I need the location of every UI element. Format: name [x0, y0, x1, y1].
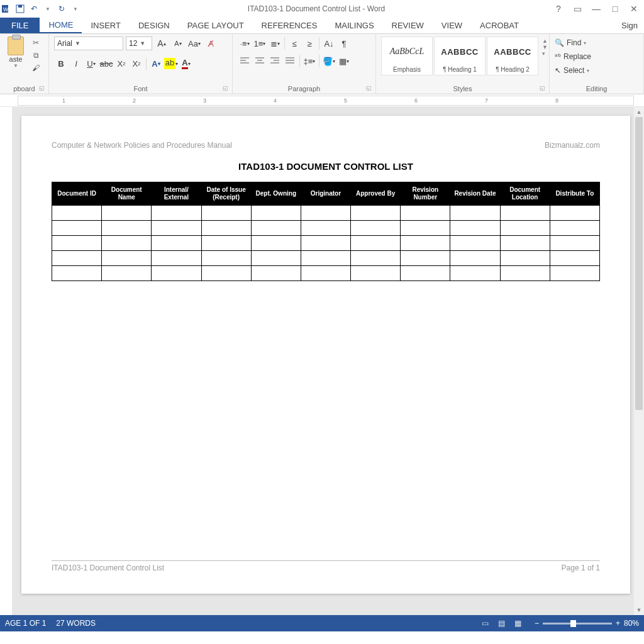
table-cell[interactable]: [351, 266, 401, 281]
table-cell[interactable]: [251, 206, 301, 221]
table-cell[interactable]: [301, 266, 350, 281]
table-cell[interactable]: [251, 221, 301, 236]
show-marks-icon[interactable]: ¶: [337, 36, 351, 50]
table-cell[interactable]: [301, 236, 350, 251]
grow-font-icon[interactable]: A▴: [155, 36, 169, 50]
horizontal-ruler[interactable]: 12345678: [18, 96, 634, 106]
table-cell[interactable]: [102, 221, 152, 236]
table-cell[interactable]: [351, 221, 401, 236]
table-cell[interactable]: [500, 251, 550, 266]
table-cell[interactable]: [550, 266, 599, 281]
tab-review[interactable]: REVIEW: [383, 18, 433, 33]
table-row[interactable]: [52, 251, 600, 266]
vertical-ruler[interactable]: [0, 107, 13, 615]
table-cell[interactable]: [450, 236, 500, 251]
table-cell[interactable]: [152, 266, 201, 281]
table-cell[interactable]: [301, 221, 350, 236]
undo-dropdown-icon[interactable]: ▼: [43, 4, 53, 14]
table-cell[interactable]: [550, 236, 599, 251]
table-cell[interactable]: [301, 251, 350, 266]
table-row[interactable]: [52, 236, 600, 251]
zoom-out-icon[interactable]: −: [535, 619, 539, 628]
table-row[interactable]: [52, 221, 600, 236]
format-painter-icon[interactable]: 🖌: [30, 63, 42, 73]
bold-button[interactable]: B: [54, 57, 68, 70]
table-cell[interactable]: [52, 266, 102, 281]
vertical-scrollbar[interactable]: ▲ ▼: [634, 107, 644, 615]
table-cell[interactable]: [550, 251, 599, 266]
ribbon-display-icon[interactable]: ▭: [571, 4, 584, 14]
shrink-font-icon[interactable]: A▾: [171, 36, 185, 50]
strikethrough-button[interactable]: abc: [99, 57, 113, 70]
table-cell[interactable]: [201, 221, 251, 236]
change-case-icon[interactable]: Aa▾: [187, 36, 201, 50]
zoom-level[interactable]: 80%: [624, 619, 639, 628]
sign-in-link[interactable]: Sign: [615, 18, 644, 33]
styles-dialog-launcher-icon[interactable]: ◱: [540, 85, 545, 91]
table-cell[interactable]: [152, 221, 201, 236]
table-cell[interactable]: [351, 236, 401, 251]
font-name-combo[interactable]: Arial▼: [54, 36, 123, 50]
table-cell[interactable]: [102, 236, 152, 251]
table-cell[interactable]: [450, 251, 500, 266]
highlight-icon[interactable]: ab▾: [164, 57, 178, 70]
help-icon[interactable]: ?: [552, 4, 565, 14]
minimize-icon[interactable]: —: [590, 4, 602, 14]
table-cell[interactable]: [500, 266, 550, 281]
underline-button[interactable]: U▾: [84, 57, 98, 70]
paragraph-dialog-launcher-icon[interactable]: ◱: [366, 85, 372, 91]
zoom-knob[interactable]: [570, 620, 576, 627]
tab-references[interactable]: REFERENCES: [253, 18, 326, 33]
table-row[interactable]: [52, 266, 600, 281]
table-cell[interactable]: [401, 221, 450, 236]
tab-insert[interactable]: INSERT: [82, 18, 129, 33]
tab-mailings[interactable]: MAILINGS: [326, 18, 382, 33]
borders-icon[interactable]: ▦▾: [337, 54, 351, 68]
subscript-button[interactable]: X2: [114, 57, 128, 70]
table-cell[interactable]: [251, 251, 301, 266]
numbering-icon[interactable]: 1≡▾: [253, 36, 267, 50]
copy-icon[interactable]: ⧉: [30, 50, 42, 60]
zoom-in-icon[interactable]: +: [616, 619, 620, 628]
table-cell[interactable]: [52, 221, 102, 236]
table-cell[interactable]: [500, 221, 550, 236]
italic-button[interactable]: I: [69, 57, 83, 70]
print-layout-icon[interactable]: ▤: [496, 618, 508, 628]
paste-button[interactable]: aste ▼: [5, 36, 26, 69]
table-cell[interactable]: [52, 236, 102, 251]
read-mode-icon[interactable]: ▭: [479, 618, 492, 628]
table-cell[interactable]: [450, 206, 500, 221]
font-dialog-launcher-icon[interactable]: ◱: [223, 85, 228, 91]
table-cell[interactable]: [152, 206, 201, 221]
style-emphasis[interactable]: AaBbCcL Emphasis: [381, 36, 433, 75]
save-icon[interactable]: [15, 4, 25, 14]
table-cell[interactable]: [201, 206, 251, 221]
table-cell[interactable]: [401, 266, 450, 281]
increase-indent-icon[interactable]: ≥: [303, 36, 316, 50]
text-effects-icon[interactable]: A▾: [149, 57, 163, 70]
clipboard-dialog-launcher-icon[interactable]: ◱: [39, 85, 45, 91]
styles-scroll[interactable]: ▲▼▾: [542, 36, 548, 58]
document-canvas[interactable]: Computer & Network Policies and Procedur…: [13, 107, 634, 615]
bullets-icon[interactable]: ∙≡▾: [238, 36, 252, 50]
find-button[interactable]: 🔍Find▾: [555, 36, 591, 49]
scroll-down-icon[interactable]: ▼: [634, 605, 644, 615]
document-table[interactable]: Document IDDocument NameInternal/ Extern…: [52, 182, 600, 281]
web-layout-icon[interactable]: ▦: [512, 618, 525, 628]
align-right-icon[interactable]: [268, 54, 282, 68]
table-cell[interactable]: [500, 236, 550, 251]
table-cell[interactable]: [201, 251, 251, 266]
tab-view[interactable]: VIEW: [433, 18, 471, 33]
line-spacing-icon[interactable]: ‡≡▾: [303, 54, 316, 68]
table-cell[interactable]: [500, 206, 550, 221]
table-cell[interactable]: [401, 206, 450, 221]
status-words[interactable]: 27 WORDS: [56, 619, 96, 628]
table-cell[interactable]: [450, 266, 500, 281]
table-cell[interactable]: [152, 251, 201, 266]
tab-acrobat[interactable]: ACROBAT: [471, 18, 528, 33]
tab-home[interactable]: HOME: [40, 18, 82, 33]
table-cell[interactable]: [102, 251, 152, 266]
font-size-combo[interactable]: 12▼: [126, 36, 152, 50]
table-cell[interactable]: [550, 206, 599, 221]
sort-icon[interactable]: A↓: [322, 36, 336, 50]
